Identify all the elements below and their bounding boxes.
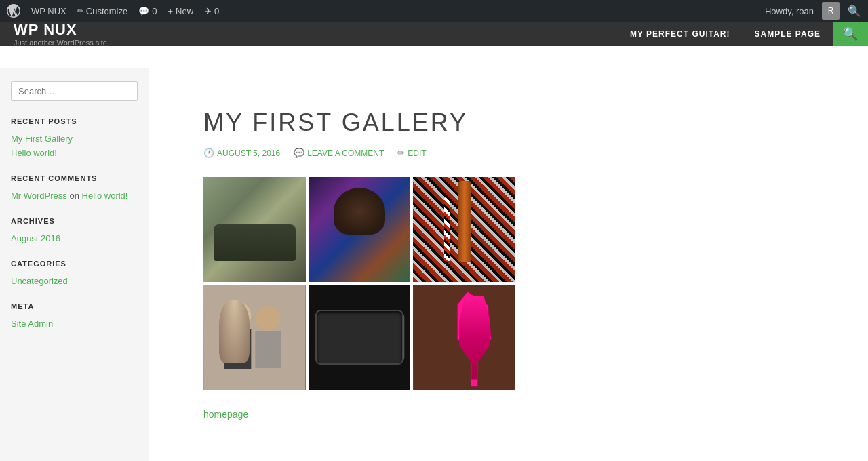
layout: RECENT POSTS My First Gallery Hello worl… (0, 68, 868, 461)
main-content: MY FIRST GALLERY 🕐 AUGUST 5, 2016 💬 LEAV… (149, 68, 868, 461)
homepage-link[interactable]: homepage (203, 409, 248, 420)
nav-sample-page[interactable]: SAMPLE PAGE (743, 22, 833, 46)
gallery-image-band (203, 285, 306, 390)
gallery-item-3[interactable] (413, 177, 515, 282)
meta-title: META (11, 302, 138, 310)
svg-point-13 (328, 348, 337, 357)
svg-point-15 (382, 348, 391, 357)
new-item[interactable]: + New (167, 6, 193, 16)
sidebar: RECENT POSTS My First Gallery Hello worl… (0, 68, 149, 461)
updates-count: 0 (214, 6, 219, 16)
svg-point-11 (355, 333, 364, 342)
svg-point-1 (224, 302, 251, 329)
updates-icon: ✈ (204, 6, 212, 16)
admin-bar-right: Howdy, roan R 🔍 (765, 2, 861, 20)
svg-point-9 (382, 317, 391, 327)
post-date-link[interactable]: AUGUST 5, 2016 (217, 148, 280, 158)
site-name-item[interactable]: WP NUX (31, 6, 66, 16)
gallery-image-guitar-red (413, 177, 515, 282)
gallery-grid (203, 177, 515, 390)
wordpress-icon (7, 4, 20, 18)
gallery-image-pink-guitar (413, 285, 515, 390)
gallery-item-2[interactable] (309, 177, 411, 282)
site-nav: MY PERFECT GUITAR! SAMPLE PAGE 🔍 (618, 22, 868, 46)
svg-rect-16 (414, 285, 515, 390)
svg-rect-0 (203, 285, 305, 390)
categories-section: CATEGORIES Uncategorized (11, 260, 138, 286)
post-edit-item: ✏ EDIT (397, 148, 426, 158)
comment-author-link[interactable]: Mr WordPress (11, 191, 67, 201)
svg-rect-4 (255, 331, 281, 368)
edit-link[interactable]: EDIT (408, 148, 426, 158)
admin-bar: WP NUX ✏ Customize 💬 0 + New ✈ 0 Howdy, … (0, 0, 868, 22)
recent-comments-title: RECENT COMMENTS (11, 174, 138, 182)
band-svg (203, 285, 306, 390)
search-input[interactable] (11, 81, 138, 101)
comments-item[interactable]: 💬 0 (138, 6, 157, 16)
leave-comment-link[interactable]: LEAVE A COMMENT (307, 148, 384, 158)
wordpress-logo-item[interactable] (7, 4, 20, 18)
gallery-image-pickup (309, 285, 411, 390)
customize-icon: ✏ (77, 7, 83, 16)
svg-point-10 (328, 333, 337, 342)
nav-my-perfect-guitar[interactable]: MY PERFECT GUITAR! (618, 22, 743, 46)
sidebar-post-my-first-gallery[interactable]: My First Gallery (11, 134, 138, 144)
sidebar-search-area (11, 81, 138, 101)
admin-site-name: WP NUX (31, 6, 66, 16)
comment-on-text: on (69, 191, 81, 201)
gallery-image-car (203, 177, 306, 282)
comments-icon: 💬 (138, 6, 149, 16)
clock-icon: 🕐 (203, 148, 214, 158)
post-comment-item: 💬 LEAVE A COMMENT (294, 148, 384, 158)
header-search-icon: 🔍 (843, 26, 858, 41)
svg-point-8 (355, 317, 364, 327)
svg-point-12 (382, 333, 391, 342)
comment-meta-icon: 💬 (294, 148, 304, 158)
post-title: MY FIRST GALLERY (203, 108, 814, 137)
svg-point-20 (471, 345, 479, 353)
archives-section: ARCHIVES August 2016 (11, 217, 138, 243)
gallery-item-1[interactable] (203, 177, 306, 282)
header-search-button[interactable]: 🔍 (833, 22, 868, 46)
svg-point-19 (469, 330, 480, 341)
pickup-svg (309, 285, 411, 390)
post-meta: 🕐 AUGUST 5, 2016 💬 LEAVE A COMMENT ✏ EDI… (203, 148, 814, 158)
comments-count: 0 (152, 6, 157, 16)
sidebar-post-hello-world[interactable]: Hello world! (11, 148, 138, 158)
post-date-item: 🕐 AUGUST 5, 2016 (203, 148, 280, 158)
svg-point-7 (328, 317, 337, 327)
gallery-image-jimi (309, 177, 411, 282)
svg-point-14 (355, 348, 364, 357)
admin-search-icon[interactable]: 🔍 (848, 5, 861, 18)
meta-section: META Site Admin (11, 302, 138, 329)
comment-post-link[interactable]: Hello world! (82, 191, 128, 201)
gallery-item-4[interactable] (203, 285, 306, 390)
howdy-text: Howdy, roan (765, 6, 814, 16)
new-label: New (176, 6, 193, 16)
comment-item: Mr WordPress on Hello world! (11, 191, 138, 201)
user-avatar: R (822, 2, 840, 20)
categories-title: CATEGORIES (11, 260, 138, 268)
archive-august-2016[interactable]: August 2016 (11, 233, 138, 243)
recent-posts-title: RECENT POSTS (11, 117, 138, 125)
customize-label: Customize (86, 6, 127, 16)
svg-rect-6 (315, 312, 403, 363)
pencil-icon: ✏ (397, 148, 405, 158)
admin-bar-left: WP NUX ✏ Customize 💬 0 + New ✈ 0 (7, 4, 765, 18)
updates-item[interactable]: ✈ 0 (204, 6, 219, 16)
site-title-area: WP NUX Just another WordPress site (14, 21, 107, 47)
customize-item[interactable]: ✏ Customize (77, 6, 127, 16)
gallery-item-6[interactable] (413, 285, 515, 390)
site-admin-link[interactable]: Site Admin (11, 319, 138, 329)
svg-point-3 (256, 306, 280, 331)
category-uncategorized[interactable]: Uncategorized (11, 276, 138, 286)
site-name[interactable]: WP NUX (14, 21, 107, 39)
gallery-item-5[interactable] (309, 285, 411, 390)
pink-guitar-svg (413, 285, 515, 390)
site-tagline: Just another WordPress site (14, 39, 107, 47)
recent-comments-section: RECENT COMMENTS Mr WordPress on Hello wo… (11, 174, 138, 201)
recent-posts-section: RECENT POSTS My First Gallery Hello worl… (11, 117, 138, 158)
archives-title: ARCHIVES (11, 217, 138, 225)
svg-rect-5 (309, 285, 410, 390)
svg-rect-2 (224, 329, 251, 369)
